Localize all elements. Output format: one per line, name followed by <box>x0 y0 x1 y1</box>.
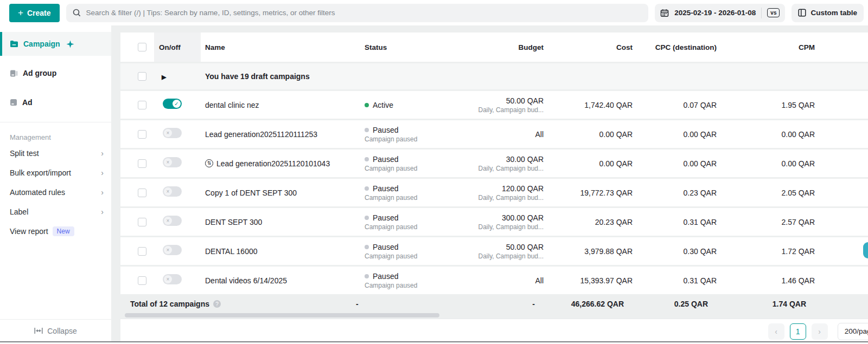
chevron-right-icon: › <box>101 189 104 196</box>
search-bar[interactable] <box>66 4 649 22</box>
management-item[interactable]: Automated rules › <box>0 183 111 202</box>
status-sub: Campaign paused <box>365 252 462 260</box>
management-item[interactable]: View report New <box>0 222 111 241</box>
onoff-toggle[interactable]: ✓× <box>163 274 182 284</box>
campaign-row[interactable]: ✓× Dental videos 6/14/2025 Paused Campai… <box>120 267 868 294</box>
cost-value: 0.00 QAR <box>547 130 636 139</box>
select-all-checkbox[interactable] <box>138 43 146 51</box>
management-item[interactable]: Bulk export/import › <box>0 163 111 183</box>
expand-arrow-icon[interactable]: ▶ <box>154 74 166 80</box>
cost-value: 20.23 QAR <box>547 218 636 226</box>
toggle-knob: ✓× <box>164 246 172 254</box>
column-header-cpm[interactable]: CPM <box>720 33 818 62</box>
search-input[interactable] <box>85 8 642 17</box>
budget-value: 50.00 QAR <box>462 243 547 251</box>
cost-value: 1,742.40 QAR <box>547 101 636 109</box>
column-header-cpc[interactable]: CPC (destination) <box>636 33 720 62</box>
onoff-toggle[interactable]: ✓× <box>163 245 182 255</box>
toggle-knob: ✓× <box>164 217 172 225</box>
compare-vs-button[interactable]: vs <box>767 8 780 17</box>
onoff-toggle[interactable]: ✓× <box>163 216 182 226</box>
campaign-name[interactable]: Copy 1 of DENT SEPT 300 <box>205 189 297 197</box>
cpc-value: 0.00 QAR <box>636 159 720 168</box>
campaign-row[interactable]: ✓× DENT SEPT 300 Paused Campaign paused … <box>120 208 868 236</box>
row-checkbox[interactable] <box>138 101 146 109</box>
campaign-name[interactable]: Dental videos 6/14/2025 <box>205 276 287 285</box>
row-checkbox[interactable] <box>138 72 146 81</box>
cost-value: 3,979.88 QAR <box>547 247 636 256</box>
column-header-name[interactable]: Name <box>201 33 361 62</box>
sidebar-item-campaign[interactable]: Campaign <box>0 32 111 56</box>
chevron-right-icon: › <box>101 150 104 157</box>
chevron-right-icon: › <box>101 169 104 177</box>
row-checkbox[interactable] <box>138 218 146 226</box>
budget-optimization-icon: ⇅ <box>205 159 213 167</box>
date-range-group: 2025-02-19 - 2026-01-08 vs <box>655 4 785 22</box>
row-checkbox[interactable] <box>138 159 146 168</box>
campaign-row[interactable]: ✓× Copy 1 of DENT SEPT 300 Paused Campai… <box>120 179 868 206</box>
current-page-button[interactable]: 1 <box>790 323 806 340</box>
date-range-value[interactable]: 2025-02-19 - 2026-01-08 <box>674 9 756 17</box>
budget-sub: Daily, Campaign bud... <box>462 194 547 202</box>
onoff-toggle[interactable]: ✓× <box>163 157 182 167</box>
cpc-value: 0.00 QAR <box>636 130 720 139</box>
status-label: Paused <box>373 126 398 134</box>
column-header-status[interactable]: Status <box>361 33 462 62</box>
status-sub: Campaign paused <box>365 165 462 172</box>
total-status: - <box>352 300 454 308</box>
draft-campaigns-row[interactable]: ▶ You have 19 draft campaigns <box>120 63 868 89</box>
horizontal-scrollbar[interactable] <box>125 313 439 317</box>
onoff-toggle[interactable]: ✓× <box>163 186 182 197</box>
sidebar-item-ad[interactable]: Ad <box>0 90 111 114</box>
campaign-row[interactable]: ✓× dental clinic nez Active 50.00 QAR Da… <box>120 91 868 119</box>
status-dot <box>365 186 369 191</box>
campaign-name[interactable]: DENTAL 16000 <box>205 247 258 256</box>
onoff-toggle[interactable]: ✓× <box>163 99 182 109</box>
cost-value: 15,393.97 QAR <box>547 276 636 285</box>
cpm-value: 2.57 QAR <box>720 218 818 226</box>
campaign-name[interactable]: dental clinic nez <box>205 101 259 109</box>
next-page-button[interactable]: › <box>812 323 828 340</box>
management-item[interactable]: Label › <box>0 202 111 222</box>
management-item-label: View report <box>10 227 48 236</box>
column-header-cost[interactable]: Cost <box>547 33 636 62</box>
management-item[interactable]: Split test › <box>0 144 111 163</box>
budget-sub: Daily, Campaign bud... <box>462 223 547 231</box>
status-label: Paused <box>373 243 398 251</box>
campaign-row[interactable]: ✓× DENTAL 16000 Paused Campaign paused 5… <box>120 237 868 265</box>
sidebar-item-label: Campaign <box>23 40 60 48</box>
columns-icon <box>798 9 806 17</box>
sidebar: Campaign Ad group Ad Management Split te… <box>0 25 111 342</box>
row-checkbox[interactable] <box>138 189 146 197</box>
column-header-budget[interactable]: Budget <box>462 33 547 62</box>
row-checkbox[interactable] <box>138 130 146 139</box>
help-icon[interactable]: ? <box>213 300 221 308</box>
toggle-knob: ✓× <box>164 187 172 196</box>
custom-table-button[interactable]: Custom table <box>792 4 864 22</box>
budget-value: 30.00 QAR <box>462 155 547 164</box>
campaign-name[interactable]: Lead generation20251120111253 <box>205 130 317 139</box>
page-size-select[interactable]: 200/page <box>838 323 868 340</box>
floating-help-button[interactable] <box>863 242 868 258</box>
create-button[interactable]: + Create <box>9 4 60 22</box>
column-header-onoff[interactable]: On/off <box>154 33 201 62</box>
top-toolbar: + Create 2025-02-19 - 2026-01-08 vs Cust… <box>0 0 868 25</box>
status-sub: Campaign paused <box>365 194 462 202</box>
row-checkbox[interactable] <box>138 247 146 256</box>
status-sub: Campaign paused <box>365 135 462 143</box>
divider <box>761 8 762 18</box>
row-checkbox[interactable] <box>138 276 146 285</box>
prev-page-button[interactable]: ‹ <box>768 323 784 340</box>
new-badge: New <box>53 226 74 236</box>
total-cpm: 1.74 QAR <box>711 300 809 308</box>
onoff-toggle[interactable]: ✓× <box>163 128 182 138</box>
campaign-name[interactable]: Lead generation20251120101043 <box>216 159 330 168</box>
collapse-button[interactable]: Collapse <box>0 319 111 342</box>
campaign-name[interactable]: DENT SEPT 300 <box>205 218 262 226</box>
search-icon <box>73 9 81 17</box>
status-label: Paused <box>373 155 398 164</box>
campaign-row[interactable]: ✓× Lead generation20251120111253 Paused … <box>120 120 868 148</box>
toggle-knob: ✓× <box>164 275 172 283</box>
sidebar-item-ad-group[interactable]: Ad group <box>0 61 111 85</box>
campaign-row[interactable]: ✓× ⇅ Lead generation20251120101043 Pause… <box>120 150 868 177</box>
